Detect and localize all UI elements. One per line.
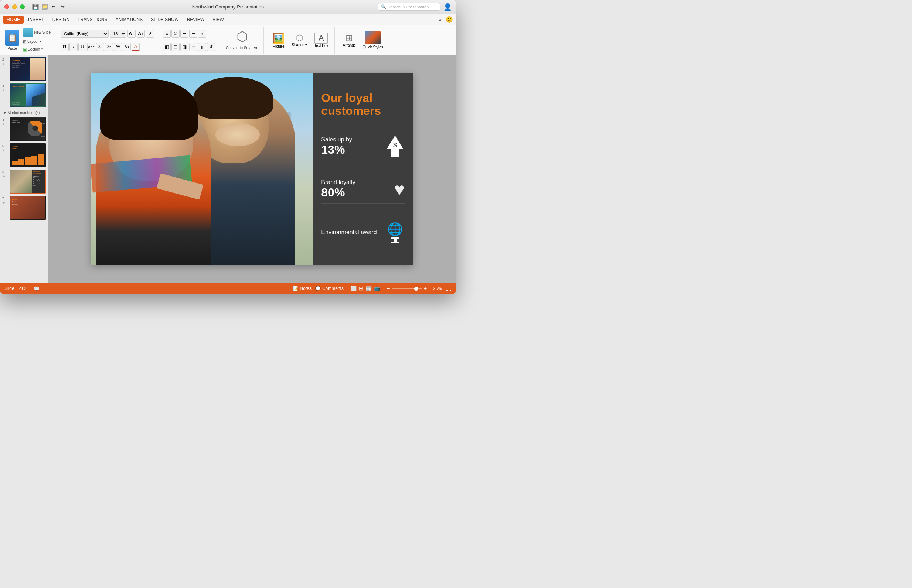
menu-item-transitions[interactable]: TRANSITIONS [74,16,111,24]
section-collapse-icon: ▼ [3,111,6,115]
superscript-button[interactable]: X2 [96,43,104,51]
line-spacing-button[interactable]: ↕ [198,29,206,38]
text-case-button[interactable]: Aa [123,43,131,51]
layout-icon: ⊞ [23,39,27,44]
shapes-button[interactable]: ⬡ Shapes ▼ [289,32,310,48]
slide-thumb-4[interactable]: NorthwindMarket share 26% 21% [10,117,46,141]
slide-photo-area [91,73,313,265]
section-icon: ▣ [23,47,27,52]
titlebar-right: 🔍 Search in Presentation 👤 [378,3,451,11]
align-left-button[interactable]: ◧ [163,43,171,51]
slide-thumb-7[interactable]: Happy Familymoments [10,196,46,220]
undo-icon[interactable]: ↩ [51,4,57,10]
zoom-out-icon[interactable]: − [387,286,390,291]
textbox-label: Text Box [314,44,328,48]
notes-button[interactable]: 📝 Notes [293,286,312,291]
search-box[interactable]: 🔍 Search in Presentation [378,3,440,11]
font-family-select[interactable]: Calibri (Body) [61,29,108,38]
smiley-icon[interactable]: 🙂 [446,16,453,23]
underline-button[interactable]: U [78,43,86,51]
font-row-1: Calibri (Body) 18 A↑ A↓ ✗ [61,29,154,38]
menu-item-insert[interactable]: INSERT [24,16,48,24]
slide-item-3[interactable]: 3 ★ Brand Culture Innovation &Sustainabi… [2,83,46,107]
new-slide-button[interactable]: + New Slide [21,28,52,37]
strikethrough-button[interactable]: abc [87,43,95,51]
menu-item-design[interactable]: DESIGN [49,16,73,24]
reading-view-icon[interactable]: 📰 [365,286,372,291]
zoom-control: − + 125% ⛶ [387,285,451,292]
slide-sorter-icon[interactable]: ⊞ [359,286,363,291]
increase-font-button[interactable]: A↑ [128,29,136,38]
maximize-button[interactable] [20,5,25,9]
section-button[interactable]: ▣ Section ▼ [21,46,52,53]
paste-button[interactable]: 📋 Paste [3,27,21,53]
align-justify-button[interactable]: ☰ [189,43,197,51]
italic-button[interactable]: I [70,43,78,51]
numbering-button[interactable]: ① [171,29,179,38]
slide-thumb-5[interactable]: Growth &Profits [10,143,46,167]
textbox-button[interactable]: A Text Box [311,31,331,49]
presenter-view-icon[interactable]: 📺 [374,286,380,291]
clear-format-button[interactable]: ✗ [146,29,154,38]
arrange-button[interactable]: ⊞ Arrange [340,31,359,49]
globe-award-icon: 🌐 [385,221,405,243]
picture-button[interactable]: 🖼️ Picture [269,31,288,50]
folder-icon[interactable]: 📁 [42,4,48,10]
text-direction-button[interactable]: ↺ [207,43,215,51]
user-icon[interactable]: 👤 [443,3,451,11]
close-button[interactable] [5,5,9,9]
columns-button[interactable]: ⫿ [198,43,206,51]
layout-button[interactable]: ⊞ Layout ▼ [21,39,52,45]
font-color-button[interactable]: A [131,43,140,51]
slide-star-6: ★ [2,175,5,178]
menu-item-view[interactable]: VIEW [209,16,228,24]
slide-item-5[interactable]: 5 ★ Growth &Profits [2,143,46,167]
stat-sales: Sales up by 13% $ [321,132,405,161]
comments-button[interactable]: 💬 Comments [315,286,344,291]
bullets-button[interactable]: ≡ [163,29,171,38]
chevron-up-icon[interactable]: ▲ [438,17,443,23]
section-label[interactable]: ▼ Market numbers (4) [2,109,46,116]
align-center-button[interactable]: ⊟ [171,43,179,51]
slide-canvas[interactable]: Our loyal customers Sales up by 13% $ [91,73,413,265]
book-icon[interactable]: 📖 [33,286,40,291]
clipboard-sub: + New Slide ⊞ Layout ▼ ▣ Section ▼ [21,27,52,53]
statusbar: Slide 1 of 2 📖 📝 Notes 💬 Comments ⬜ ⊞ 📰 … [0,283,456,294]
save-icon[interactable]: 💾 [32,4,39,10]
slide-item-7[interactable]: 7 ★ Happy Familymoments [2,196,46,220]
slide-thumb-3[interactable]: Brand Culture Innovation &Sustainability [10,83,46,107]
zoom-in-icon[interactable]: + [424,286,427,291]
bold-button[interactable]: B [61,43,69,51]
zoom-slider[interactable] [392,288,422,289]
slide-thumb-2[interactable]: Inspiring Sustainable FuturesInnovation … [10,57,46,81]
menu-item-slideshow[interactable]: SLIDE SHOW [147,16,182,24]
decrease-font-button[interactable]: A↓ [137,29,145,38]
font-size-select[interactable]: 18 [110,29,126,38]
minimize-button[interactable] [12,5,17,9]
slide-item-2[interactable]: 2 ★ Inspiring Sustainable FuturesInnovat… [2,57,46,81]
fit-screen-icon[interactable]: ⛶ [446,285,451,292]
toolbar-icons: 💾 📁 ↩ ↪ [32,4,65,10]
subscript-button[interactable]: X2 [105,43,113,51]
titlebar: 💾 📁 ↩ ↪ Northwind Company Presentation 🔍… [0,0,456,14]
align-right-button[interactable]: ◨ [180,43,188,51]
menu-item-animations[interactable]: ANIMATIONS [112,16,146,24]
quick-styles-button[interactable]: Quick Styles [359,29,386,51]
slide-info-panel: Our loyal customers Sales up by 13% $ [313,73,413,265]
stat-environmental: Environmental award 🌐 [321,218,405,247]
arrange-group: ⊞ Arrange Quick Styles [337,27,389,53]
decrease-indent-button[interactable]: ⇤ [180,29,188,38]
slide-item-6[interactable]: 6 ★ Our loyalcustomers Sales up by13%Bra… [2,170,46,194]
svg-point-2 [32,126,38,131]
convert-smartart-button[interactable]: Convert to SmartArt [223,44,260,51]
slide-thumb-6[interactable]: Our loyalcustomers Sales up by13%Brand l… [10,170,46,194]
char-spacing-button[interactable]: AV [114,43,122,51]
slide-panel: 2 ★ Inspiring Sustainable FuturesInnovat… [0,55,48,283]
menu-item-home[interactable]: HOME [3,16,24,24]
ribbon: 📋 Paste + New Slide ⊞ Layout ▼ ▣ Section… [0,25,456,55]
increase-indent-button[interactable]: ⇥ [189,29,197,38]
menu-item-review[interactable]: REVIEW [183,16,208,24]
slide-item-4[interactable]: 4 ★ NorthwindMarket share 26% 21% [2,117,46,141]
redo-icon[interactable]: ↪ [60,4,65,10]
normal-view-icon[interactable]: ⬜ [350,286,357,291]
